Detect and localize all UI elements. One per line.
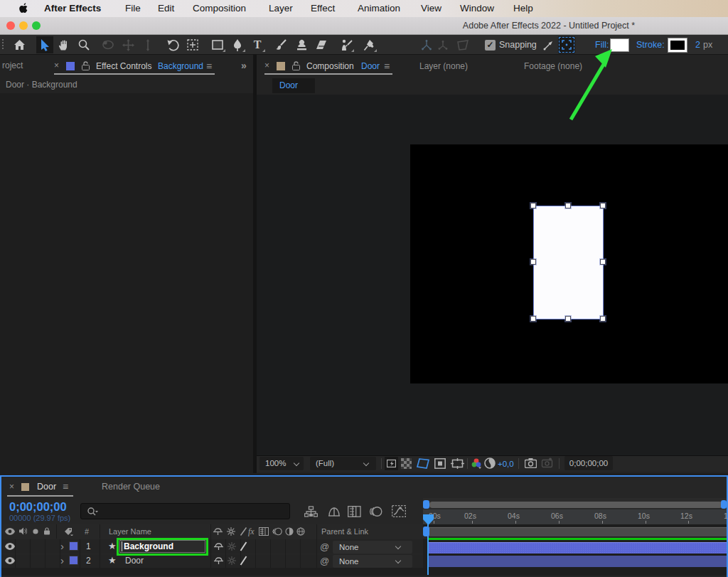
roto-brush-tool[interactable] [338,36,355,53]
channels-icon[interactable] [471,457,482,469]
frame-blending-icon[interactable] [348,506,361,517]
menu-item-view[interactable]: View [421,0,441,17]
layer-2-name[interactable]: Door [125,556,144,566]
close-window-button[interactable] [6,21,15,30]
handle-bottom-left[interactable] [530,316,536,322]
menu-item-effect[interactable]: Effect [311,0,335,17]
comp-timecode[interactable]: 0;00;00;00 [564,456,613,470]
column-collapse-icon[interactable] [227,527,235,536]
column-lock-icon[interactable] [43,527,50,535]
column-video-icon[interactable] [5,528,15,535]
column-fx-icon[interactable]: fx [248,526,255,537]
layer-1-expand-icon[interactable]: › [60,541,64,552]
column-label-icon[interactable] [64,527,73,536]
lock-icon[interactable] [292,61,300,70]
exposure-icon[interactable] [484,457,496,469]
pen-tool[interactable] [229,36,246,53]
tab-timeline-door[interactable]: Door [37,482,56,492]
timeline-timecode[interactable]: 0;00;00;00 [9,500,67,514]
close-icon[interactable]: × [264,60,269,70]
column-quality-icon[interactable] [240,527,247,536]
menu-item-edit[interactable]: Edit [158,0,174,17]
column-motion-blur-icon[interactable] [272,527,282,536]
time-navigator-bar[interactable] [429,502,722,508]
zoom-window-button[interactable] [32,21,41,30]
layer-2-pickwhip-icon[interactable]: @ [320,556,329,566]
layer-2-visibility-icon[interactable] [5,557,15,564]
column-audio-icon[interactable] [19,527,27,535]
handle-bottom-center[interactable] [565,316,571,322]
stroke-color-swatch[interactable] [668,38,687,52]
zoom-tool[interactable] [75,36,92,53]
viewer-target-button[interactable]: Door [272,78,315,93]
exposure-value[interactable]: +0,0 [498,460,514,468]
column-frame-blend-icon[interactable] [259,527,269,536]
tab-effect-controls[interactable]: Effect Controls [96,61,151,71]
layer-2-label-color[interactable] [69,556,78,565]
column-adjustment-icon[interactable] [285,527,294,536]
layer-2-anchor-icon[interactable] [214,556,223,565]
layer-2-expand-icon[interactable]: › [60,555,64,566]
menu-item-file[interactable]: File [125,0,141,17]
tab-composition-target[interactable]: Door [361,61,380,71]
orbit-camera-tool[interactable] [100,36,117,53]
handle-top-left[interactable] [530,203,536,208]
snap-options-icon[interactable] [542,38,555,52]
layer-2-duration-bar[interactable] [429,556,727,567]
workarea-left-handle[interactable] [423,526,429,536]
rectangle-tool[interactable] [209,36,226,53]
layer-1-anchor-icon[interactable] [214,542,223,551]
type-tool[interactable]: T [249,36,266,53]
transparency-grid-icon[interactable] [401,458,412,469]
rotation-tool[interactable] [164,36,181,53]
tab-effect-controls-target[interactable]: Background [158,61,203,71]
layer-1-visibility-icon[interactable] [5,543,15,550]
column-solo-icon[interactable] [33,529,38,534]
panel-menu-icon[interactable]: ≡ [63,481,68,492]
search-input[interactable] [80,503,290,519]
hand-tool[interactable] [55,36,73,53]
playhead-marker[interactable] [423,514,434,525]
fast-previews-icon[interactable] [385,457,398,470]
eraser-tool[interactable] [313,36,330,53]
work-area-bar[interactable] [425,527,727,536]
puppet-pin-tool[interactable] [360,36,378,53]
brush-tool[interactable] [272,36,289,53]
dolly-camera-tool[interactable] [139,36,156,53]
layer-1-pickwhip-icon[interactable]: @ [320,541,329,552]
world-axis-mode[interactable] [434,36,451,53]
tab-composition[interactable]: Composition [306,61,354,71]
column-layer-name[interactable]: Layer Name [109,527,151,536]
column-number[interactable]: # [85,527,89,536]
guides-icon[interactable] [434,458,446,469]
project-tab-clipped[interactable]: roject [2,60,23,70]
stroke-width-value[interactable]: 2 [695,40,700,50]
menu-item-composition[interactable]: Composition [193,0,246,17]
show-snapshot-icon[interactable] [541,457,553,468]
handle-top-right[interactable] [600,203,606,208]
navigator-right-handle[interactable] [721,500,727,509]
overflow-icon[interactable]: » [241,60,247,71]
close-icon[interactable]: × [54,60,59,70]
menu-item-animation[interactable]: Animation [358,0,400,17]
snapshot-icon[interactable] [525,458,537,468]
navigator-left-handle[interactable] [423,500,429,509]
menu-item-after-effects[interactable]: After Effects [44,0,101,17]
menu-item-help[interactable]: Help [513,0,533,17]
menu-item-window[interactable]: Window [460,0,494,17]
minimize-window-button[interactable] [19,21,28,30]
draft-3d-icon[interactable] [328,506,341,517]
selection-tool[interactable] [36,36,53,53]
layer-1-label-color[interactable] [69,541,78,551]
local-axis-mode[interactable] [418,36,435,53]
apple-icon[interactable] [18,3,28,14]
layer-2-quality-icon[interactable] [240,556,247,566]
home-tool[interactable] [11,36,28,53]
motion-blur-icon[interactable] [369,506,382,517]
handle-bottom-right[interactable] [600,316,606,322]
handle-mid-right[interactable] [600,259,606,265]
layer-2-collapse-icon[interactable] [228,556,236,565]
close-icon[interactable]: × [9,482,14,492]
stroke-label[interactable]: Stroke: [636,40,665,50]
layer-1-collapse-icon[interactable] [228,542,236,551]
